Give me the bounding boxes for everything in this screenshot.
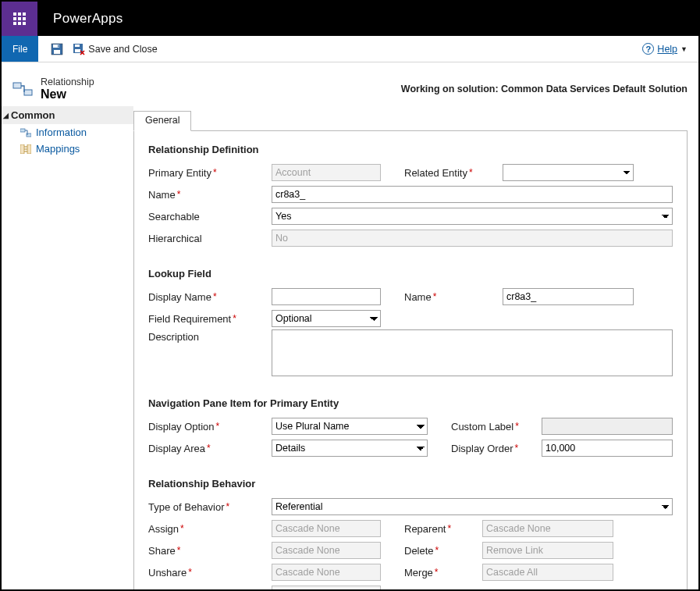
reparent-select[interactable]: Cascade None	[482, 520, 613, 537]
save-close-icon	[73, 43, 85, 55]
required-star: *	[233, 313, 236, 324]
solution-context-label: Working on solution: Common Data Service…	[401, 84, 688, 94]
svg-rect-7	[13, 83, 21, 88]
delete-select[interactable]: Remove Link	[482, 542, 613, 559]
information-icon	[20, 128, 31, 137]
save-icon	[51, 43, 63, 55]
app-launcher-button[interactable]	[2, 2, 37, 36]
svg-rect-3	[58, 45, 59, 47]
display-order-input[interactable]	[542, 440, 673, 457]
collapse-icon: ◢	[3, 112, 9, 119]
sidebar-item-label: Information	[36, 126, 87, 138]
hierarchical-select[interactable]: No	[272, 230, 673, 247]
required-star: *	[226, 501, 230, 512]
unshare-select[interactable]: Cascade None	[272, 564, 381, 581]
required-star: *	[177, 189, 181, 200]
help-label: Help	[657, 44, 677, 55]
relationship-name-input[interactable]	[272, 186, 673, 203]
display-name-input[interactable]	[272, 288, 381, 305]
unshare-label: Unshare	[148, 567, 187, 579]
save-button[interactable]	[46, 36, 68, 62]
brand-title: PowerApps	[37, 11, 123, 27]
required-star: *	[447, 523, 451, 534]
primary-entity-select[interactable]: Account	[272, 164, 381, 181]
sidebar: ◢ Common Information Mappings	[2, 106, 133, 591]
behavior-type-select[interactable]: Referential	[272, 498, 673, 515]
required-star: *	[514, 443, 518, 454]
required-star: *	[177, 545, 181, 556]
custom-label-label: Custom Label	[451, 421, 513, 433]
searchable-label: Searchable	[148, 211, 200, 223]
display-name-label: Display Name	[148, 291, 211, 303]
svg-rect-8	[24, 90, 32, 95]
delete-label: Delete	[404, 545, 434, 557]
merge-label: Merge	[404, 567, 433, 579]
help-button[interactable]: ? Help ▼	[642, 36, 698, 62]
share-select[interactable]: Cascade None	[272, 542, 381, 559]
lookup-name-label: Name	[404, 291, 432, 303]
merge-select[interactable]: Cascade All	[482, 564, 613, 581]
required-star: *	[207, 443, 211, 454]
display-area-select[interactable]: Details	[272, 440, 428, 457]
svg-rect-2	[54, 50, 60, 54]
required-star: *	[216, 421, 220, 432]
hierarchical-label: Hierarchical	[148, 233, 202, 244]
required-star: *	[435, 545, 439, 556]
sidebar-group-common[interactable]: ◢ Common	[2, 106, 133, 124]
searchable-select[interactable]: Yes	[272, 208, 673, 225]
help-icon: ?	[642, 43, 654, 55]
assign-select[interactable]: Cascade None	[272, 520, 381, 537]
save-and-close-button[interactable]: Save and Close	[68, 36, 162, 62]
related-entity-label: Related Entity	[404, 167, 467, 179]
sidebar-group-label: Common	[11, 109, 55, 121]
display-option-label: Display Option	[148, 421, 215, 433]
tab-strip: General	[133, 111, 688, 131]
relationship-icon	[12, 80, 33, 98]
mappings-icon	[20, 144, 31, 154]
description-input[interactable]	[272, 329, 673, 376]
chevron-down-icon: ▼	[680, 45, 688, 53]
required-star: *	[433, 291, 437, 302]
rollup-select[interactable]: Cascade None	[272, 586, 381, 591]
general-panel: Relationship Definition Primary Entity* …	[133, 131, 688, 591]
custom-label-input[interactable]	[542, 418, 673, 435]
reparent-label: Reparent	[404, 523, 446, 535]
page-title: New	[41, 87, 94, 101]
relationship-name-label: Name	[148, 189, 176, 201]
assign-label: Assign	[148, 523, 179, 535]
rollup-label: Rollup View	[148, 589, 201, 592]
description-label: Description	[148, 331, 199, 343]
display-order-label: Display Order	[451, 443, 513, 454]
sidebar-item-information[interactable]: Information	[2, 124, 133, 141]
related-entity-select[interactable]	[503, 164, 634, 181]
share-label: Share	[148, 545, 176, 557]
group-title-navpane: Navigation Pane Item for Primary Entity	[148, 397, 673, 409]
sidebar-item-label: Mappings	[36, 143, 80, 155]
display-area-label: Display Area	[148, 443, 205, 454]
ribbon: File Save and Close ? Help ▼	[2, 36, 698, 62]
svg-rect-5	[75, 45, 80, 47]
display-option-select[interactable]: Use Plural Name	[272, 418, 428, 435]
required-star: *	[188, 567, 192, 578]
tab-general[interactable]: General	[133, 111, 191, 131]
lookup-name-input[interactable]	[503, 288, 634, 305]
field-requirement-select[interactable]: Optional	[272, 310, 381, 327]
page-kicker: Relationship	[41, 77, 94, 87]
svg-rect-12	[27, 144, 31, 154]
required-star: *	[213, 291, 217, 302]
page-header: Relationship New Working on solution: Co…	[2, 62, 698, 106]
field-requirement-label: Field Requirement	[148, 313, 231, 325]
file-menu-button[interactable]: File	[2, 36, 38, 62]
group-title-behavior: Relationship Behavior	[148, 478, 673, 490]
required-star: *	[469, 167, 473, 178]
app-topbar: PowerApps	[2, 2, 698, 36]
svg-rect-9	[20, 129, 25, 132]
required-star: *	[180, 523, 184, 534]
primary-entity-label: Primary Entity	[148, 167, 211, 179]
required-star: *	[213, 167, 217, 178]
required-star: *	[515, 421, 519, 432]
group-title-definition: Relationship Definition	[148, 144, 673, 155]
sidebar-item-mappings[interactable]: Mappings	[2, 141, 133, 157]
behavior-type-label: Type of Behavior	[148, 501, 225, 513]
svg-rect-6	[75, 49, 80, 52]
